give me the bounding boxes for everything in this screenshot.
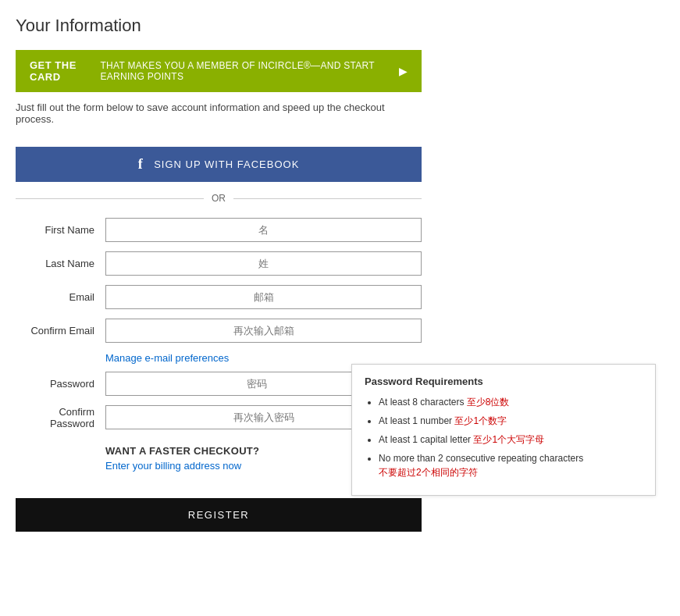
- req-item-4: No more than 2 consecutive repeating cha…: [379, 451, 643, 479]
- last-name-input[interactable]: [105, 251, 422, 276]
- divider-line-left: [16, 198, 204, 199]
- password-label: Password: [16, 378, 105, 390]
- email-label: Email: [16, 291, 105, 303]
- last-name-label: Last Name: [16, 258, 105, 269]
- req-item-3: At least 1 capital letter 至少1个大写字母: [379, 433, 643, 447]
- req-3-cn: 至少1个大写字母: [473, 434, 544, 445]
- password-requirements-popup: Password Requirements At least 8 charact…: [351, 364, 656, 496]
- register-button[interactable]: REGISTER: [16, 498, 422, 532]
- confirm-email-input[interactable]: [105, 319, 422, 343]
- password-req-list: At least 8 characters 至少8位数 At least 1 n…: [365, 395, 643, 479]
- req-item-1: At least 8 characters 至少8位数: [379, 395, 643, 409]
- divider-line-right: [233, 198, 422, 199]
- first-name-label: First Name: [16, 224, 105, 236]
- billing-address-link[interactable]: Enter your billing address now: [105, 460, 241, 472]
- confirm-email-row: Confirm Email: [16, 319, 422, 343]
- or-text: OR: [212, 193, 226, 204]
- promo-banner[interactable]: GET THE CARD THAT MAKES YOU A MEMBER OF …: [16, 50, 422, 92]
- req-item-2: At least 1 number 至少1个数字: [379, 414, 643, 428]
- facebook-label: SIGN UP WITH FACEBOOK: [154, 158, 299, 170]
- or-divider: OR: [16, 193, 422, 204]
- req-1-en: At least 8 characters: [379, 397, 464, 408]
- password-req-title: Password Requirements: [365, 376, 643, 387]
- confirm-email-label: Confirm Email: [16, 325, 105, 336]
- last-name-row: Last Name: [16, 251, 422, 276]
- subtitle: Just fill out the form below to save acc…: [16, 101, 422, 125]
- password-row: Password ◁ Password Requirements At leas…: [16, 372, 422, 396]
- facebook-signup-button[interactable]: f SIGN UP WITH FACEBOOK: [16, 147, 422, 182]
- req-1-cn: 至少8位数: [467, 397, 510, 408]
- confirm-password-label: Confirm Password: [16, 406, 105, 429]
- promo-text: THAT MAKES YOU A MEMBER OF INCIRCLE®—AND…: [100, 60, 394, 82]
- req-4-en: No more than 2 consecutive repeating cha…: [379, 453, 583, 464]
- req-2-en: At least 1 number: [379, 415, 452, 426]
- promo-arrow: ▶: [399, 65, 408, 77]
- facebook-icon: f: [138, 156, 144, 173]
- email-input[interactable]: [105, 285, 422, 309]
- first-name-input[interactable]: [105, 218, 422, 242]
- req-2-cn: 至少1个数字: [454, 415, 507, 426]
- req-4-cn: 不要超过2个相同的字符: [379, 467, 478, 478]
- req-3-en: At least 1 capital letter: [379, 434, 471, 445]
- manage-email-link[interactable]: Manage e-mail preferences: [105, 352, 422, 364]
- first-name-row: First Name: [16, 218, 422, 242]
- promo-get-card: GET THE CARD: [30, 59, 95, 83]
- email-row: Email: [16, 285, 422, 309]
- page-title: Your Information: [16, 16, 664, 36]
